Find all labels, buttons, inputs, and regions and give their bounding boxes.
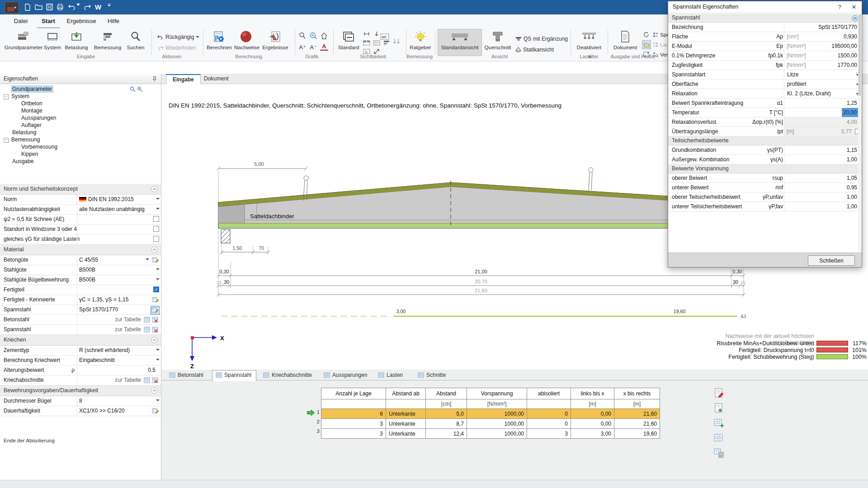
- dialog-scrollbar[interactable]: [858, 14, 861, 252]
- tab-kriechabschnitte[interactable]: Kriechabschnitte: [260, 371, 316, 380]
- font-smaller-button[interactable]: A⁻: [309, 43, 317, 51]
- system-button[interactable]: System: [43, 29, 62, 54]
- zementtyp-select[interactable]: R (schnell erhärtend): [77, 346, 161, 355]
- zur-tabelle-link[interactable]: zur Tabelle: [115, 375, 141, 385]
- edit-table-icon[interactable]: [152, 257, 159, 263]
- collapse-section-icon[interactable]: [151, 387, 158, 394]
- emodul-field[interactable]: [N/mm²]195000,00: [784, 42, 862, 51]
- protocol-button[interactable]: [713, 388, 725, 399]
- fertigteil-checkbox[interactable]: [153, 286, 159, 292]
- norm-select[interactable]: DIN EN 1992:2015: [77, 195, 161, 204]
- font-larger-button[interactable]: A⁺: [298, 43, 307, 51]
- section-norm[interactable]: Norm und Sicherheitskonzept: [0, 184, 161, 195]
- alterungsbeiwert-field[interactable]: 0.5: [77, 366, 161, 375]
- tab-hilfe[interactable]: Hilfe: [103, 14, 124, 28]
- stahlguete-select[interactable]: B500B: [77, 265, 161, 275]
- tab-lasten[interactable]: Lasten: [375, 371, 407, 380]
- table-delete-icon[interactable]: [152, 326, 159, 333]
- gpfav-field[interactable]: 1,00: [784, 202, 862, 211]
- statikansicht-button[interactable]: Statikansicht: [515, 45, 554, 54]
- close-icon[interactable]: ✕: [847, 1, 861, 13]
- tab-datei[interactable]: Datei: [9, 14, 33, 28]
- open-folder-icon[interactable]: [34, 3, 42, 11]
- font-format-button[interactable]: A: [320, 43, 328, 51]
- new-file-icon[interactable]: [24, 3, 32, 11]
- edit-table-icon-active[interactable]: [151, 306, 160, 314]
- standard-visibility-button[interactable]: Standard: [337, 29, 360, 54]
- table-rows-button[interactable]: [713, 432, 725, 444]
- collapse-section-icon[interactable]: [151, 246, 158, 253]
- spannstahl-field[interactable]: SpSt 1570/1770: [77, 305, 161, 314]
- betonguete-select[interactable]: C 45/55: [77, 255, 161, 265]
- relaxation-select[interactable]: Kl. 2 (Litze, Draht): [784, 89, 862, 98]
- list-icon[interactable]: [382, 39, 391, 47]
- stahlguete-buegel-select[interactable]: B500B: [77, 275, 161, 285]
- schliessen-button[interactable]: Schließen: [808, 255, 855, 266]
- redo-icon[interactable]: [83, 3, 91, 11]
- kriechwert-select[interactable]: Eingabeschnitt: [77, 356, 161, 365]
- tree-item-grundparameter[interactable]: Grundparameter: [0, 85, 161, 93]
- tab-ergebnisse[interactable]: Ergebnisse: [64, 14, 99, 28]
- undo-dropdown-icon[interactable]: [76, 3, 80, 11]
- tree-item-ortbeton[interactable]: Ortbeton: [0, 100, 161, 107]
- zoom-window-icon[interactable]: [309, 32, 317, 40]
- kennwerte-field[interactable]: γC = 1,35, γS = 1,15: [77, 295, 161, 305]
- refresh-icon[interactable]: [642, 30, 650, 38]
- rinf-field[interactable]: 0,95: [784, 183, 862, 192]
- edit-table-icon[interactable]: [152, 296, 159, 303]
- table-row[interactable]: 6Unterkante5,01000,0000,0021,60: [321, 409, 660, 419]
- app-logo[interactable]: B8+: [5, 2, 19, 14]
- collapse-icon[interactable]: −: [4, 94, 9, 99]
- table-delete-icon[interactable]: [152, 316, 159, 323]
- edit-table-icon[interactable]: [152, 408, 159, 414]
- undo-button[interactable]: Rückgängig: [157, 33, 199, 42]
- zugfestigkeit-field[interactable]: [N/mm²]1770,00: [784, 61, 862, 70]
- table-delete-icon[interactable]: [152, 377, 159, 384]
- insert-table-row-button[interactable]: [713, 418, 725, 429]
- pin-icon[interactable]: [152, 76, 157, 82]
- tab-eingabe[interactable]: Eingabe: [166, 74, 201, 85]
- tree-item-vorbemessung[interactable]: Vorbemessung: [0, 143, 161, 150]
- bemessung-button[interactable]: Bemessung: [92, 29, 123, 54]
- berechnen-button[interactable]: Berechnen: [206, 29, 233, 54]
- table-grid-icon[interactable]: [373, 39, 381, 47]
- qat-more-icon[interactable]: [105, 3, 113, 11]
- tree-item-auflager[interactable]: Auflager: [0, 122, 161, 129]
- tree-item-bemessung[interactable]: −Bemessung: [0, 136, 161, 143]
- profile-folder-icon[interactable]: [642, 40, 651, 49]
- dehngrenze-field[interactable]: [N/mm²]1500,00: [784, 51, 862, 60]
- section-bewehrung[interactable]: Bewehrungsvorgaben/Dauerhaftigkeit: [0, 385, 161, 396]
- dauerhaftigkeit-field[interactable]: XC1/X0 >> C16/20: [77, 406, 161, 416]
- zur-tabelle-link[interactable]: zur Tabelle: [115, 325, 141, 334]
- table-calc-button[interactable]: [713, 447, 725, 459]
- temperatur-field[interactable]: 20,00: [784, 108, 862, 117]
- grundkombination-field[interactable]: 1,15: [784, 145, 862, 155]
- qs-mit-ergaenzung-button[interactable]: QS mit Ergänzung: [515, 34, 568, 43]
- table-icon[interactable]: [144, 377, 151, 384]
- save-icon[interactable]: [45, 3, 53, 11]
- redo-button[interactable]: Wiederholen: [157, 43, 196, 52]
- dim-arrows-icon[interactable]: [363, 30, 371, 38]
- psi2-checkbox[interactable]: [153, 216, 159, 222]
- tree-item-system[interactable]: −System: [0, 93, 161, 100]
- belastung-button[interactable]: Belastung: [62, 29, 90, 54]
- gpunfav-field[interactable]: 1,00: [784, 192, 862, 202]
- lastfilter-deaktiviert-button[interactable]: Deaktiviert: [574, 29, 604, 54]
- tree-search-icon[interactable]: [130, 86, 136, 92]
- table-icon[interactable]: [144, 316, 151, 323]
- collapse-section-icon[interactable]: [151, 337, 158, 343]
- undo-icon[interactable]: [68, 3, 76, 11]
- tree-item-ausgabe[interactable]: Ausgabe: [0, 158, 161, 165]
- tree-item-aussparungen[interactable]: Aussparungen: [0, 114, 161, 122]
- gammag-checkbox[interactable]: [153, 236, 159, 242]
- zoom-icon[interactable]: [298, 32, 307, 40]
- add-row-button[interactable]: [713, 403, 725, 414]
- tree-item-belastung[interactable]: Belastung: [0, 129, 161, 136]
- table-row[interactable]: 3Unterkante12,41000,0033,0019,60: [321, 429, 660, 439]
- tab-schnitte[interactable]: Schnitte: [415, 371, 450, 380]
- tree-item-montage[interactable]: Montage: [0, 107, 161, 114]
- word-export-icon[interactable]: W: [94, 3, 102, 11]
- flaeche-field[interactable]: [cm²]0,930: [784, 32, 862, 41]
- bezeichnung-field[interactable]: SpSt 1570/1770: [784, 23, 862, 32]
- tab-betonstahl[interactable]: Betonstahl: [166, 371, 208, 380]
